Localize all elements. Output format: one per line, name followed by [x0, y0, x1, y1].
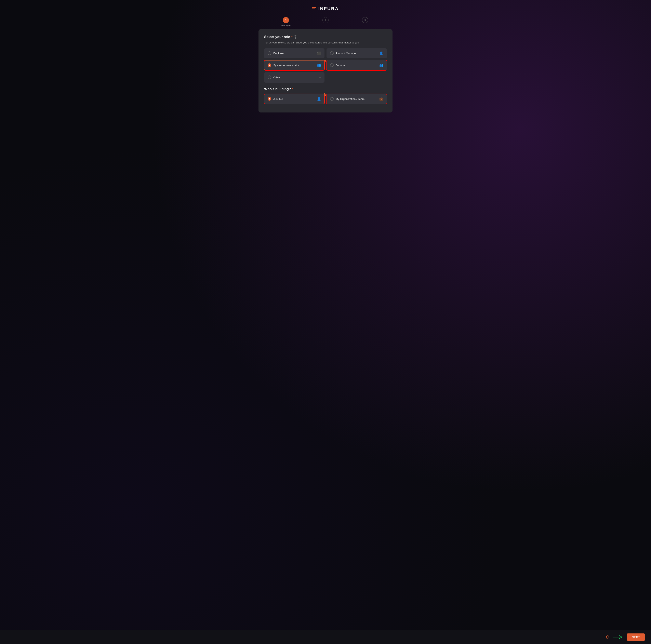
radio-other — [268, 75, 271, 79]
system-admin-icon: 👥 — [317, 63, 321, 67]
step-2-circle: 2 — [322, 17, 329, 23]
role-label-founder: Founder — [336, 64, 346, 67]
org-team-icon: 💼 — [379, 97, 383, 101]
logo-icon — [312, 7, 316, 10]
role-section-subtitle: Tell us your role so we can show you the… — [264, 41, 387, 45]
step-1-label: About you — [281, 24, 291, 27]
building-option-just-me-wrapper: Just Me 👤 — [264, 94, 324, 104]
role-grid: Engineer ⬛ Product Manager 👤 System Admi… — [264, 48, 387, 70]
logo-area: INFURA — [312, 6, 339, 11]
building-label-org-team: My Organization / Team — [336, 97, 365, 100]
other-icon: + — [319, 75, 321, 79]
logo-text: INFURA — [318, 6, 339, 11]
step-2: 2 — [322, 17, 329, 23]
required-star: * — [291, 35, 293, 39]
building-option-org-wrapper: My Organization / Team 💼 b — [327, 94, 387, 104]
building-option-just-me[interactable]: Just Me 👤 — [264, 94, 324, 104]
building-section-title: Who's building? * — [264, 87, 387, 91]
info-icon[interactable]: i — [294, 35, 297, 39]
engineer-icon: ⬛ — [317, 52, 321, 55]
role-option-other[interactable]: Other + — [264, 72, 324, 83]
role-option-sysadmin-wrapper: System Administrator 👥 — [264, 60, 324, 70]
radio-just-me — [268, 97, 271, 101]
role-option-product-manager[interactable]: Product Manager 👤 — [327, 48, 387, 58]
step-1: 1 About you — [283, 17, 289, 23]
role-option-founder-wrapper: Founder 👥 a — [327, 60, 387, 70]
step-3: 3 — [362, 17, 368, 23]
founder-icon: 👥 — [379, 63, 383, 67]
role-label-engineer: Engineer — [273, 52, 284, 55]
radio-founder — [330, 63, 334, 67]
arrow-right — [613, 635, 623, 639]
role-label-system-administrator: System Administrator — [273, 64, 299, 67]
step-3-circle: 3 — [362, 17, 368, 23]
role-section-title: Select your role * i — [264, 35, 387, 39]
role-option-engineer[interactable]: Engineer ⬛ — [264, 48, 324, 58]
role-label-product-manager: Product Manager — [336, 52, 357, 55]
building-required-star: * — [292, 87, 293, 91]
radio-org-team — [330, 97, 334, 101]
stepper: 1 About you 2 3 — [283, 17, 368, 23]
radio-system-administrator — [268, 63, 271, 67]
next-button[interactable]: NEXT — [627, 634, 645, 641]
main-card: Select your role * i Tell us your role s… — [258, 29, 393, 112]
building-label-just-me: Just Me — [273, 97, 283, 100]
building-option-org-team[interactable]: My Organization / Team 💼 — [327, 94, 387, 104]
role-option-founder[interactable]: Founder 👥 — [327, 60, 387, 70]
product-manager-icon: 👤 — [379, 52, 383, 55]
building-grid: Just Me 👤 My Organization / Team 💼 b — [264, 94, 387, 104]
role-label-other: Other — [273, 76, 280, 79]
annotation-c: C — [606, 635, 609, 640]
just-me-icon: 👤 — [317, 97, 321, 101]
role-option-system-administrator[interactable]: System Administrator 👥 — [264, 60, 324, 70]
radio-product-manager — [330, 52, 334, 55]
bottom-bar: C NEXT — [0, 630, 651, 644]
radio-engineer — [268, 52, 271, 55]
step-1-circle: 1 — [283, 17, 289, 23]
